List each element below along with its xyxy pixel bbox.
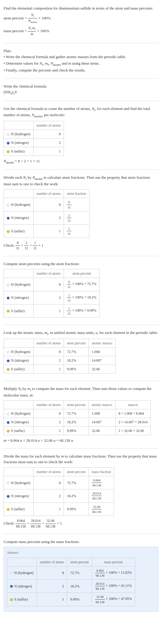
- element-name: S (sulfur): [11, 149, 25, 153]
- table-header-row: number of atoms: [4, 121, 64, 130]
- mass-fractions-block: Divide the mass for each element by m to…: [4, 450, 158, 532]
- fraction: 111: [67, 226, 71, 236]
- divider: [4, 325, 158, 325]
- table-row: S (sulfur)19.09%32.06: [4, 365, 116, 374]
- divider: [4, 169, 158, 170]
- element-dot-icon: [7, 482, 10, 484]
- atomic-mass-table: number of atomsatom percentatomic mass/u…: [4, 339, 116, 374]
- mass-percent-label: mass percent =: [4, 29, 28, 33]
- col-header: atomic mass/u: [89, 401, 115, 409]
- chemical-formula-block: Write the chemical formula: (NH4)2S: [4, 80, 158, 99]
- plan-item: Finally, compute the percents and check …: [4, 67, 158, 74]
- mass-percents-block: Compute mass percents using the mass fra…: [4, 536, 158, 615]
- col-header: atom percent: [64, 467, 89, 476]
- divider: [4, 43, 158, 43]
- divider: [4, 256, 158, 256]
- divider: [4, 448, 158, 449]
- cell-value: 8.06468.138 × 100% = 11.83%: [92, 566, 135, 579]
- answer-box: Answer: number of atomsatom percentmass …: [4, 547, 158, 612]
- table-row: S (sulfur)19.09%32.0668.138 × 100% = 47.…: [7, 593, 135, 606]
- atom-percent-label: atom percent =: [4, 15, 28, 20]
- element-dot-icon: [7, 368, 10, 371]
- step-text: Divide the mass for each element by m to…: [4, 453, 158, 465]
- table-row: H (hydrogen)8811 × 100% = 72.7%: [4, 278, 100, 291]
- cell-value: 8: [33, 130, 64, 139]
- count-atoms-block: Use the chemical formula to count the nu…: [4, 103, 158, 168]
- divider: [4, 101, 158, 101]
- element-dot-icon: [7, 310, 10, 312]
- atom-percents-table: number of atomsatom percent H (hydrogen)…: [4, 269, 100, 318]
- equation: m = 8.064 u + 28.014 u + 32.06 u = 68.13…: [4, 438, 158, 444]
- col-header: atom percent: [64, 339, 89, 348]
- table-header-row: number of atomsatom fraction: [4, 189, 89, 198]
- element-name: S (sulfur): [11, 367, 25, 371]
- table-row: H (hydrogen)872.7%1.0088 × 1.008 = 8.064: [4, 409, 151, 418]
- table-header-row: number of atomsatom percent: [4, 269, 100, 278]
- plan-item: Write the chemical formula and gather at…: [4, 54, 158, 60]
- cell-value: 2: [33, 211, 64, 224]
- col-header: number of atoms: [33, 467, 64, 476]
- equation: Natoms = 8 + 2 + 1 = 11: [4, 158, 158, 165]
- table-header-row: number of atomsatom percentmass fraction: [4, 467, 114, 476]
- table-row: N (nitrogen)2211 × 100% = 18.2%: [4, 291, 100, 304]
- element-name: S (sulfur): [14, 597, 28, 601]
- question-text: Find the elemental composition for diamm…: [4, 5, 158, 11]
- element-name: N (nitrogen): [11, 494, 29, 498]
- element-dot-icon: [7, 142, 10, 144]
- atoms-table: number of atoms H (hydrogen)8 N (nitroge…: [4, 121, 64, 156]
- divider: [4, 534, 158, 534]
- cell-value: 1: [33, 304, 64, 317]
- answer-table: number of atomsatom percentmass percent …: [7, 558, 135, 606]
- element-dot-icon: [7, 217, 10, 220]
- col-header: atom fraction: [64, 189, 89, 198]
- table-row: N (nitrogen)2211: [4, 211, 89, 224]
- cell-value: 811 × 100% = 72.7%: [64, 278, 100, 291]
- table-header-row: number of atomsatom percentmass percent: [7, 558, 135, 566]
- atom-fractions-table: number of atomsatom fraction H (hydrogen…: [4, 189, 89, 238]
- cell-value: 2: [33, 139, 64, 147]
- fraction: Ni mi m: [28, 26, 36, 37]
- step-text: Compute mass percents using the mass fra…: [4, 539, 158, 545]
- fraction: Ni Natoms: [28, 13, 37, 24]
- atomic-mass-block: Look up the atomic mass, mi, in unified …: [4, 327, 158, 379]
- step-text: Multiply Ni by mi to compute the mass fo…: [4, 386, 158, 398]
- check-equation: Check: 811 + 211 + 111 = 1: [4, 240, 158, 251]
- multiply-block: Multiply Ni by mi to compute the mass fo…: [4, 383, 158, 447]
- table-row: S (sulfur)19.09%32.0668.138: [4, 503, 114, 516]
- col-header: mass/u: [115, 401, 151, 409]
- element-dot-icon: [7, 508, 10, 511]
- check-label: Check:: [4, 243, 15, 248]
- step-text: Compute atom percents using the atom fra…: [4, 261, 158, 267]
- col-header: number of atoms: [33, 269, 64, 278]
- element-name: N (nitrogen): [11, 141, 29, 145]
- element-name: H (hydrogen): [11, 203, 30, 207]
- cell-value: 8: [33, 198, 64, 211]
- element-name: N (nitrogen): [11, 358, 29, 363]
- times-100: × 100%: [37, 29, 49, 33]
- times-100: × 100%: [38, 15, 51, 20]
- col-header: number of atoms: [33, 121, 64, 130]
- element-name: N (nitrogen): [11, 295, 29, 300]
- element-name: N (nitrogen): [11, 216, 29, 220]
- table-row: S (sulfur)1111 × 100% = 9.09%: [4, 304, 100, 317]
- table-row: N (nitrogen)218.2%28.01468.138 × 100% = …: [7, 580, 135, 593]
- cell-value: 211 × 100% = 18.2%: [64, 291, 100, 304]
- check-equation: Check: 8.06468.138 + 28.01468.138 + 32.0…: [4, 518, 158, 529]
- element-dot-icon: [7, 413, 10, 415]
- fraction: 32.0668.138: [92, 504, 102, 514]
- atom-percent-formula: atom percent = Ni Natoms × 100%: [4, 13, 158, 24]
- atom-fractions-block: Divide each Ni by Natoms to calculate at…: [4, 172, 158, 254]
- element-dot-icon: [10, 572, 13, 575]
- check-label: Check:: [4, 521, 15, 525]
- col-header: atomic mass/u: [89, 339, 115, 348]
- element-name: H (hydrogen): [11, 282, 30, 287]
- element-dot-icon: [7, 360, 10, 362]
- element-dot-icon: [7, 204, 10, 206]
- col-header: number of atoms: [33, 401, 64, 409]
- col-header: atom percent: [64, 269, 100, 278]
- element-dot-icon: [10, 585, 13, 588]
- table-row: H (hydrogen)872.7%1.008: [4, 348, 116, 356]
- cell-value: 1: [33, 147, 64, 156]
- table-row: N (nitrogen)218.2%14.007: [4, 356, 116, 365]
- cell-value: 32.0668.138 × 100% = 47.05%: [92, 593, 135, 606]
